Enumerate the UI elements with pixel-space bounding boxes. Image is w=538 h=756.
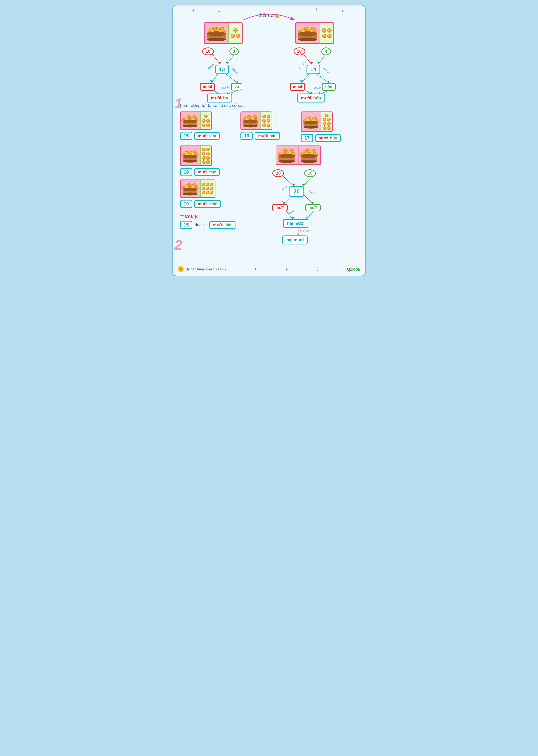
basket-svg-17	[303, 115, 319, 129]
oval-10-right: 10	[294, 47, 305, 55]
basket-group-15	[180, 111, 212, 130]
dot	[323, 122, 326, 126]
dot-row	[202, 156, 210, 159]
dot-row	[262, 114, 270, 118]
dot	[202, 183, 205, 186]
box-14: 14	[306, 65, 320, 74]
dot	[206, 148, 210, 151]
ba-part: ba	[223, 95, 228, 100]
dot-row-bottom	[322, 34, 332, 38]
box-bon: bốn	[322, 83, 336, 91]
num-19: 19	[180, 200, 192, 208]
star-footer: ✦	[285, 267, 288, 272]
svg-point-99	[304, 121, 318, 124]
muoi-part2: mười	[301, 95, 311, 100]
dot	[206, 183, 209, 186]
dot	[327, 126, 331, 130]
dot-row-top	[322, 28, 332, 32]
suffix-18: tám	[209, 170, 216, 174]
dot-row	[202, 152, 210, 156]
muoi-16: mười	[258, 134, 268, 138]
basket-group-17	[301, 111, 333, 132]
dot	[231, 34, 235, 38]
basket-right-16	[260, 112, 272, 129]
side-number-2: 2	[174, 237, 182, 253]
dot	[202, 156, 205, 159]
footer-title: Bài tập tuần Toán 1 • Tập 2	[186, 267, 226, 271]
basket-svg-20-right	[300, 148, 319, 163]
basket-left-13	[205, 23, 228, 43]
chu-y-docla: đọc là:	[195, 222, 207, 227]
muoi-19: mười	[198, 202, 207, 206]
diagram-13: đọc là đọc là đọc là 10 3 13 mười ba mườ…	[195, 22, 252, 98]
num-label-18: 18 mười tám	[180, 168, 220, 176]
svg-text:đọc là: đọc là	[222, 85, 229, 90]
dot-row	[325, 114, 328, 117]
box-13: 13	[215, 65, 229, 74]
suffix-16: sáu	[270, 134, 277, 138]
chu-y-section: ** Chú ý: 15 đọc là: mười lăm	[180, 214, 236, 229]
suffix-19: chín	[209, 202, 218, 206]
basket-right-15	[200, 112, 211, 129]
num-label-16: 16 mười sáu	[241, 132, 280, 140]
svg-point-125	[183, 188, 197, 191]
basket-right-14	[320, 23, 333, 43]
basket-group-18	[180, 146, 212, 166]
page: 1 2 ✦ ✦ ✦ ✦ thêm 1	[172, 5, 366, 276]
basket-svg-20-left	[278, 148, 296, 163]
orange-dot	[275, 14, 279, 18]
suffix-17: bảy	[330, 136, 337, 140]
suffix-15: lăm	[209, 134, 216, 138]
chu-y-muoi: mười	[213, 223, 223, 227]
num-label-17: 17 mười bảy	[301, 134, 341, 142]
svg-line-153	[282, 175, 294, 186]
page-number: 4	[178, 266, 184, 272]
col-18-19: 18 mười tám	[180, 146, 236, 229]
chu-y-title: ** Chú ý:	[180, 214, 236, 219]
dot	[262, 114, 266, 118]
svg-point-16	[207, 37, 226, 41]
svg-text:đọc là: đọc là	[281, 185, 288, 191]
oval-10-left: 10	[202, 47, 214, 55]
word-18: mười tám	[194, 168, 220, 176]
footer: 4 Bài tập tuần Toán 1 • Tập 2 ✦ ✦ ☽ Qboo…	[173, 266, 365, 272]
svg-point-43	[298, 31, 317, 36]
dot	[206, 156, 210, 159]
chu-y-reading: mười lăm	[209, 221, 236, 229]
box-muoiba: mười ba	[207, 94, 232, 102]
them-label-container: thêm 1	[180, 13, 358, 18]
dot	[262, 119, 266, 123]
num-15: 15	[180, 132, 192, 140]
item-16: 16 mười sáu	[241, 111, 297, 142]
basket-svg-16	[242, 114, 259, 128]
num-label-15: 15 mười lăm	[180, 132, 220, 140]
moon-icon: ☽	[315, 267, 319, 272]
num-18: 18	[180, 168, 192, 176]
svg-marker-22	[210, 80, 213, 83]
dot	[322, 28, 326, 32]
basket-left-18	[181, 146, 200, 165]
svg-text:đọc là: đọc là	[314, 86, 321, 90]
dot-row	[202, 119, 210, 123]
item-17: 17 mười bảy	[301, 111, 358, 142]
basket-group-16	[241, 111, 272, 130]
dot	[202, 148, 205, 151]
word-15: mười lăm	[194, 132, 220, 140]
basket-left-17	[301, 112, 321, 131]
dot-row	[202, 160, 210, 164]
svg-point-112	[183, 155, 197, 158]
dot	[327, 28, 332, 32]
svg-point-151	[300, 154, 317, 158]
basket-group-14	[295, 22, 334, 44]
num-diagram-14: đọc là đọc là đọc là 10 4 14 mười bốn mư…	[287, 46, 343, 98]
basket-svg-15	[182, 114, 199, 128]
dot	[267, 114, 270, 118]
svg-point-12	[207, 31, 226, 36]
box-muoi-right: mười	[290, 83, 305, 91]
dot	[206, 119, 210, 123]
word-17: mười bảy	[315, 134, 341, 142]
dot-row	[323, 118, 331, 121]
basket-svg-18	[182, 149, 199, 163]
instruction: Làm tương tự, ta sẽ có các số sau:	[180, 103, 358, 108]
basket-left-19	[181, 180, 200, 197]
